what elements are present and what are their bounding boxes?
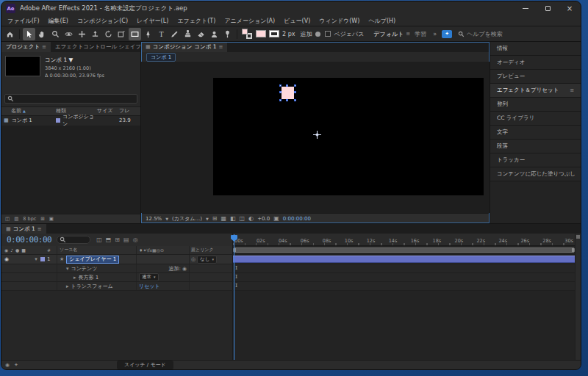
- panel-paragraph[interactable]: 段落: [490, 140, 581, 153]
- twirl-closed-icon[interactable]: ▸: [66, 283, 69, 289]
- layer-switches-cell[interactable]: [137, 255, 190, 264]
- rectangle-row[interactable]: ▸ 長方形 1 通常▾ Ⅰ: [1, 273, 581, 282]
- add-property-icon[interactable]: ◉: [182, 266, 187, 272]
- panel-info[interactable]: 情報: [490, 42, 581, 56]
- menu-animation[interactable]: アニメーション(A): [220, 17, 279, 25]
- eye-icon[interactable]: ◉: [4, 256, 9, 262]
- panel-menu-icon[interactable]: ≡: [37, 226, 42, 232]
- rectangle-cell[interactable]: ▸ 長方形 1: [57, 273, 137, 281]
- menu-layer[interactable]: レイヤー(L): [132, 17, 173, 25]
- panel-character[interactable]: 文字: [490, 126, 581, 140]
- menu-file[interactable]: ファイル(F): [3, 17, 44, 25]
- workspace-learn[interactable]: 学習: [415, 30, 426, 38]
- column-framerate[interactable]: フレ: [119, 107, 140, 115]
- zoom-tool[interactable]: [49, 28, 62, 40]
- blend-mode-dropdown[interactable]: 通常▾: [139, 273, 159, 281]
- rectangle-tool[interactable]: [129, 28, 141, 40]
- time-ruler-area[interactable]: 00s 02s 04s 06s 08s 10s 12s 14s 16s 18s …: [233, 234, 575, 246]
- maximize-button[interactable]: [537, 1, 559, 15]
- bezier-path-checkbox[interactable]: [325, 31, 331, 37]
- workspace-default[interactable]: デフォルト: [373, 30, 404, 38]
- selection-handle[interactable]: [279, 99, 282, 101]
- home-icon[interactable]: [4, 28, 16, 40]
- puppet-pin-tool[interactable]: [221, 28, 234, 40]
- create-folder-icon[interactable]: ▥: [14, 216, 18, 222]
- hide-shy-layers-icon[interactable]: ⊞: [115, 236, 120, 243]
- layer-label-chip[interactable]: [40, 257, 47, 261]
- tab-effect-controls[interactable]: エフェクトコントロール シェイプ: [51, 42, 140, 52]
- panel-align[interactable]: 整列: [490, 98, 581, 112]
- stroke-width-value[interactable]: 2 px: [282, 31, 295, 37]
- panel-menu-icon[interactable]: ≡: [219, 44, 223, 50]
- selection-handle[interactable]: [294, 99, 296, 101]
- project-bit-depth[interactable]: 8 bpc: [23, 216, 36, 222]
- delete-icon[interactable]: ▣: [49, 216, 54, 222]
- tab-composition[interactable]: ▦ コンポジション コンポ 1 ≡: [141, 42, 227, 52]
- exposure-icon[interactable]: ◐: [248, 215, 254, 222]
- mask-visibility-icon[interactable]: ▦: [220, 215, 226, 222]
- resolution-dropdown-icon[interactable]: ▼: [206, 217, 209, 221]
- panel-menu-icon[interactable]: ≡: [570, 87, 574, 93]
- pickwhip-icon[interactable]: ◎: [191, 256, 196, 262]
- selection-handle[interactable]: [279, 84, 282, 87]
- panel-preview[interactable]: プレビュー: [490, 70, 581, 84]
- menu-edit[interactable]: 編集(E): [44, 17, 73, 25]
- comp-thumbnail[interactable]: [5, 56, 40, 76]
- menu-composition[interactable]: コンポジション(C): [73, 17, 132, 25]
- layer-track[interactable]: [233, 255, 575, 264]
- panel-audio[interactable]: オーディオ: [490, 56, 581, 70]
- contents-row[interactable]: ▾ コンテンツ 追加:◉ Ⅰ: [1, 264, 581, 273]
- clone-stamp-tool[interactable]: [182, 28, 194, 40]
- hand-tool[interactable]: [36, 28, 49, 40]
- stroke-color-swatch[interactable]: [269, 30, 279, 37]
- fill-stroke-indicator-icon[interactable]: [242, 29, 252, 39]
- column-name[interactable]: 名前▲: [1, 107, 56, 115]
- close-button[interactable]: ×: [559, 1, 581, 15]
- viewer-tab-comp1[interactable]: コンポ 1: [146, 53, 176, 62]
- transform-row[interactable]: ▸ トランスフォーム リセット Ⅰ: [1, 282, 581, 291]
- parent-dropdown[interactable]: なし▾: [197, 256, 217, 264]
- parent-link-header[interactable]: 親とリンク: [190, 247, 232, 253]
- layer-name-cell[interactable]: ★ シェイプレイヤー 1: [57, 255, 137, 264]
- contents-cell[interactable]: ▾ コンテンツ: [57, 264, 137, 272]
- composition-viewport[interactable]: [141, 62, 490, 213]
- column-size[interactable]: サイズ: [97, 107, 119, 115]
- selection-handle[interactable]: [286, 99, 288, 101]
- rotation-tool[interactable]: [102, 28, 115, 40]
- snapshot-camera-icon[interactable]: ▣: [273, 215, 279, 222]
- dolly-camera-tool[interactable]: [89, 28, 101, 40]
- tab-project[interactable]: プロジェクト ≡: [1, 42, 51, 52]
- roto-brush-tool[interactable]: [208, 28, 220, 40]
- pan-camera-tool[interactable]: [76, 28, 88, 40]
- preview-timecode[interactable]: 0:00:00:00: [283, 216, 311, 222]
- minimize-button[interactable]: [514, 1, 537, 15]
- switches-modes-toggle[interactable]: スイッチ / モード: [117, 361, 173, 369]
- motion-blur-icon[interactable]: ◎: [133, 236, 138, 243]
- comp-mini-flowchart-icon[interactable]: ◫: [96, 236, 102, 243]
- menu-window[interactable]: ウィンドウ(W): [315, 17, 364, 25]
- grid-options-icon[interactable]: ⊞: [212, 215, 218, 222]
- selection-tool[interactable]: [23, 28, 35, 40]
- timeline-tab-comp1[interactable]: ▦ コンポ 1 ≡: [1, 224, 46, 234]
- menu-view[interactable]: ビュー(V): [279, 17, 315, 25]
- stock-icon[interactable]: ✦: [442, 30, 452, 38]
- timeline-scrollbar[interactable]: [575, 234, 581, 360]
- playhead-line[interactable]: [234, 234, 234, 360]
- current-timecode[interactable]: 0:00:00:00: [7, 235, 51, 245]
- work-area-bar[interactable]: [233, 247, 575, 253]
- panel-tracker[interactable]: トラッカー: [490, 153, 581, 167]
- panel-effects-presets[interactable]: エフェクト＆プリセット≡: [490, 84, 581, 98]
- label-color-chip[interactable]: [56, 118, 60, 123]
- draft-3d-icon[interactable]: ⬒: [106, 236, 112, 243]
- eraser-tool[interactable]: [195, 28, 207, 40]
- exposure-value[interactable]: +0.0: [257, 216, 270, 222]
- selection-handle[interactable]: [279, 91, 282, 93]
- layer-duration-bar[interactable]: [233, 256, 575, 263]
- frame-blending-icon[interactable]: ▤: [123, 236, 129, 243]
- source-name-header[interactable]: ソース名: [57, 246, 137, 254]
- layer-row-1[interactable]: ◉ ▾ 1 ★ シェイプレイヤー 1 ◎ なし▾: [1, 255, 581, 264]
- twirl-closed-icon[interactable]: ▸: [74, 275, 76, 281]
- panel-menu-icon[interactable]: ≡: [42, 44, 46, 50]
- anchor-point-icon[interactable]: [313, 131, 321, 139]
- fill-color-swatch[interactable]: [256, 30, 266, 37]
